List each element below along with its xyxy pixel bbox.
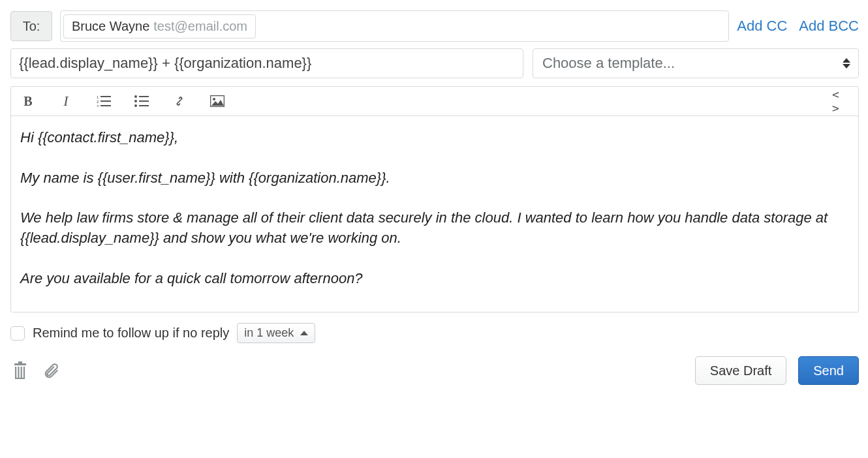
to-label: To:: [10, 11, 52, 41]
italic-button[interactable]: I: [57, 92, 75, 110]
reminder-row: Remind me to follow up if no reply in 1 …: [10, 323, 859, 343]
save-draft-button[interactable]: Save Draft: [695, 356, 786, 385]
svg-rect-18: [21, 367, 22, 378]
bold-button[interactable]: B: [19, 92, 37, 110]
image-button[interactable]: [208, 92, 226, 110]
editor-toolbar: B I 1 2 3: [11, 87, 858, 116]
svg-rect-1: [101, 96, 111, 97]
email-composer: To: Bruce Wayne test@email.com Add CC Ad…: [10, 10, 859, 385]
subject-input[interactable]: [10, 48, 523, 78]
svg-text:2: 2: [97, 100, 99, 104]
caret-up-icon: [300, 331, 308, 335]
paperclip-icon: [43, 361, 60, 380]
svg-point-13: [213, 98, 215, 100]
delete-button[interactable]: [10, 361, 30, 380]
svg-rect-16: [15, 367, 16, 378]
trash-icon: [12, 361, 28, 380]
link-button[interactable]: [170, 92, 189, 110]
svg-rect-5: [101, 105, 111, 106]
svg-rect-7: [139, 96, 149, 97]
template-placeholder: Choose a template...: [542, 55, 675, 72]
recipient-name: Bruce Wayne: [72, 19, 149, 34]
svg-point-10: [134, 104, 137, 107]
image-icon: [210, 95, 225, 107]
template-select[interactable]: Choose a template...: [533, 48, 859, 78]
email-body-editor[interactable]: Hi {{contact.first_name}}, My name is {{…: [11, 116, 858, 312]
svg-rect-9: [139, 100, 149, 102]
to-field[interactable]: Bruce Wayne test@email.com: [60, 10, 729, 42]
attach-button[interactable]: [42, 361, 61, 380]
unordered-list-icon: [134, 95, 149, 107]
svg-rect-11: [139, 105, 149, 106]
svg-text:1: 1: [97, 95, 99, 99]
send-button[interactable]: Send: [798, 356, 859, 385]
html-view-button[interactable]: < >: [832, 92, 850, 110]
recipient-email: test@email.com: [153, 19, 247, 34]
svg-point-6: [134, 95, 137, 98]
svg-text:3: 3: [97, 104, 99, 107]
to-row: To: Bruce Wayne test@email.com Add CC Ad…: [10, 10, 859, 42]
link-icon: [173, 95, 186, 108]
unordered-list-button[interactable]: [132, 92, 151, 110]
action-row: Save Draft Send: [10, 356, 859, 385]
add-cc-link[interactable]: Add CC: [737, 18, 787, 35]
ordered-list-button[interactable]: 1 2 3: [95, 92, 113, 110]
svg-rect-3: [101, 100, 111, 102]
editor: B I 1 2 3: [10, 86, 859, 313]
reminder-label: Remind me to follow up if no reply: [33, 326, 229, 341]
subject-row: Choose a template...: [10, 48, 859, 78]
add-bcc-link[interactable]: Add BCC: [799, 18, 859, 35]
svg-point-8: [134, 100, 137, 102]
svg-rect-20: [15, 378, 25, 379]
select-caret-icon: [843, 58, 850, 69]
svg-rect-14: [14, 363, 26, 365]
svg-rect-15: [18, 361, 22, 363]
ordered-list-icon: 1 2 3: [97, 95, 111, 107]
svg-rect-17: [18, 367, 19, 378]
reminder-interval-value: in 1 week: [244, 326, 294, 340]
reminder-checkbox[interactable]: [10, 326, 25, 341]
cc-links: Add CC Add BCC: [737, 18, 859, 35]
recipient-chip[interactable]: Bruce Wayne test@email.com: [63, 14, 256, 38]
reminder-interval-dropdown[interactable]: in 1 week: [237, 323, 315, 343]
svg-rect-19: [23, 367, 25, 378]
